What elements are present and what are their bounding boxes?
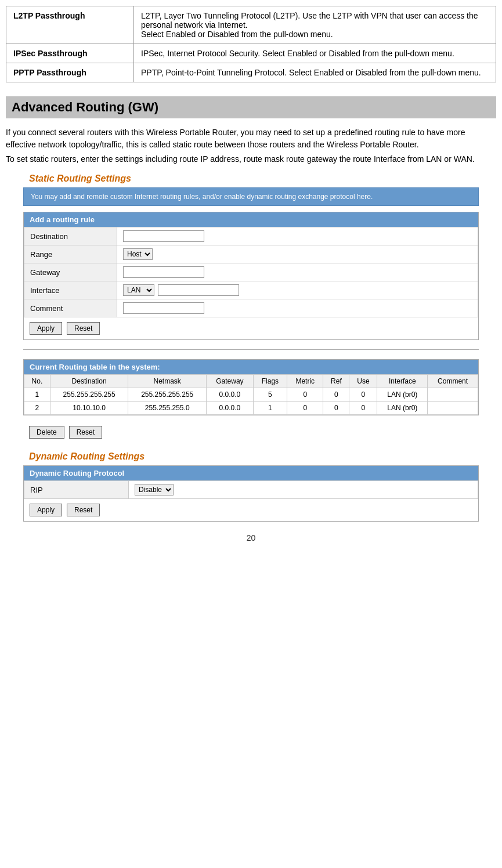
- passthrough-row: IPSec PassthroughIPSec, Internet Protoco…: [6, 44, 496, 63]
- comment-input[interactable]: [123, 302, 204, 314]
- comment-label: Comment: [24, 299, 117, 317]
- current-routing-header: Current Routing table in the system:: [24, 360, 478, 374]
- routing-cell-netmask: 255.255.255.255: [128, 388, 207, 402]
- rip-label: RIP: [24, 481, 129, 499]
- routing-table-header-row: No. Destination Netmask Gateway Flags Me…: [24, 375, 478, 388]
- dynamic-routing-btn-row: Apply Reset: [24, 499, 478, 521]
- routing-cell-interface: LAN (br0): [377, 402, 428, 415]
- routing-table-btn-row: Delete Reset: [23, 421, 479, 443]
- current-routing-table: No. Destination Netmask Gateway Flags Me…: [24, 374, 478, 415]
- dynamic-routing-form: Dynamic Routing Protocol RIP Disable Ena…: [23, 465, 479, 522]
- interface-controls: LAN WAN: [123, 284, 472, 296]
- routing-rule-table: Destination Range Host Net Gatewa: [24, 227, 478, 317]
- gateway-row: Gateway: [24, 263, 478, 281]
- range-row: Range Host Net: [24, 245, 478, 263]
- static-routing-title: Static Routing Settings: [29, 173, 496, 184]
- routing-cell-flags: 1: [253, 402, 287, 415]
- col-use: Use: [349, 375, 377, 388]
- routing-cell-flags: 5: [253, 388, 287, 402]
- range-select[interactable]: Host Net: [123, 248, 153, 260]
- passthrough-label: PPTP Passthrough: [6, 63, 134, 82]
- rip-select[interactable]: Disable Enable: [135, 484, 174, 496]
- routing-cell-destination: 255.255.255.255: [50, 388, 128, 402]
- comment-cell: [117, 299, 478, 317]
- page-number: 20: [6, 533, 496, 542]
- routing-rule-apply-button[interactable]: Apply: [30, 322, 62, 335]
- section-heading: Advanced Routing (GW): [6, 96, 496, 118]
- col-netmask: Netmask: [128, 375, 207, 388]
- interface-row: Interface LAN WAN: [24, 281, 478, 299]
- routing-cell-ref: 0: [323, 388, 349, 402]
- dynamic-routing-apply-button[interactable]: Apply: [30, 504, 62, 516]
- col-ref: Ref: [323, 375, 349, 388]
- routing-cell-comment: [428, 388, 478, 402]
- passthrough-row: PPTP PassthroughPPTP, Point-to-Point Tun…: [6, 63, 496, 82]
- routing-cell-comment: [428, 402, 478, 415]
- routing-table-row: 210.10.10.0255.255.255.00.0.0.01000LAN (…: [24, 402, 478, 415]
- destination-label: Destination: [24, 227, 117, 245]
- routing-cell-use: 0: [349, 402, 377, 415]
- passthrough-description: PPTP, Point-to-Point Tunneling Protocol.…: [134, 63, 496, 82]
- destination-input[interactable]: [123, 230, 204, 242]
- destination-cell: [117, 227, 478, 245]
- page-wrapper: L2TP PassthroughL2TP, Layer Two Tunnelin…: [0, 0, 502, 560]
- passthrough-description: L2TP, Layer Two Tunneling Protocol (L2TP…: [134, 6, 496, 44]
- col-interface: Interface: [377, 375, 428, 388]
- add-routing-rule-form: Add a routing rule Destination Range Hos…: [23, 212, 479, 340]
- divider: [23, 349, 479, 350]
- routing-cell-no: 1: [24, 388, 50, 402]
- dynamic-routing-table: RIP Disable Enable: [24, 480, 478, 499]
- dynamic-routing-reset-button[interactable]: Reset: [67, 504, 100, 516]
- routing-table-delete-button[interactable]: Delete: [29, 426, 64, 439]
- routing-cell-interface: LAN (br0): [377, 388, 428, 402]
- col-comment: Comment: [428, 375, 478, 388]
- current-routing-table-wrapper: Current Routing table in the system: No.…: [23, 359, 479, 415]
- routing-table-reset-button[interactable]: Reset: [69, 426, 102, 439]
- routing-cell-gateway: 0.0.0.0: [206, 402, 253, 415]
- routing-cell-use: 0: [349, 388, 377, 402]
- range-cell: Host Net: [117, 245, 478, 263]
- comment-row: Comment: [24, 299, 478, 317]
- routing-cell-metric: 0: [287, 402, 323, 415]
- col-destination: Destination: [50, 375, 128, 388]
- routing-cell-gateway: 0.0.0.0: [206, 388, 253, 402]
- routing-cell-no: 2: [24, 402, 50, 415]
- routing-cell-netmask: 255.255.255.0: [128, 402, 207, 415]
- routing-cell-ref: 0: [323, 402, 349, 415]
- destination-row: Destination: [24, 227, 478, 245]
- interface-label: Interface: [24, 281, 117, 299]
- passthrough-label: L2TP Passthrough: [6, 6, 134, 44]
- interface-input[interactable]: [158, 284, 239, 296]
- passthrough-description: IPSec, Internet Protocol Security. Selec…: [134, 44, 496, 63]
- rip-row: RIP Disable Enable: [24, 481, 478, 499]
- section-description: If you connect several routers with this…: [6, 126, 496, 165]
- col-flags: Flags: [253, 375, 287, 388]
- gateway-cell: [117, 263, 478, 281]
- passthrough-row: L2TP PassthroughL2TP, Layer Two Tunnelin…: [6, 6, 496, 44]
- section-desc-2: To set static routers, enter the setting…: [6, 153, 496, 165]
- interface-cell: LAN WAN: [117, 281, 478, 299]
- range-label: Range: [24, 245, 117, 263]
- routing-rule-reset-button[interactable]: Reset: [67, 322, 100, 335]
- col-gateway: Gateway: [206, 375, 253, 388]
- section-desc-1: If you connect several routers with this…: [6, 126, 496, 151]
- routing-table-row: 1255.255.255.255255.255.255.2550.0.0.050…: [24, 388, 478, 402]
- passthrough-table: L2TP PassthroughL2TP, Layer Two Tunnelin…: [6, 6, 496, 82]
- col-metric: Metric: [287, 375, 323, 388]
- col-no: No.: [24, 375, 50, 388]
- routing-cell-destination: 10.10.10.0: [50, 402, 128, 415]
- rip-cell: Disable Enable: [129, 481, 478, 499]
- info-box: You may add and remote custom Internet r…: [23, 187, 479, 206]
- gateway-label: Gateway: [24, 263, 117, 281]
- dynamic-routing-header: Dynamic Routing Protocol: [24, 466, 478, 480]
- routing-rule-btn-row: Apply Reset: [24, 317, 478, 339]
- add-rule-header: Add a routing rule: [24, 212, 478, 227]
- gateway-input[interactable]: [123, 266, 204, 278]
- dynamic-routing-title: Dynamic Routing Settings: [29, 451, 496, 462]
- interface-select[interactable]: LAN WAN: [123, 284, 154, 296]
- passthrough-label: IPSec Passthrough: [6, 44, 134, 63]
- routing-cell-metric: 0: [287, 388, 323, 402]
